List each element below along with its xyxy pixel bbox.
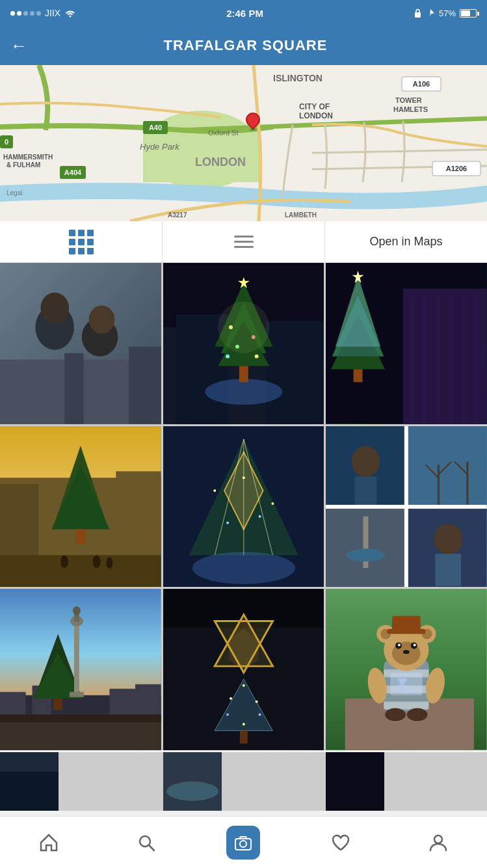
photo-8-svg	[163, 589, 324, 750]
map-view[interactable]: A1206 A106 ISLINGTON CITY OF LONDON TOWE…	[0, 65, 487, 221]
photo-grid	[0, 263, 487, 750]
svg-point-166	[385, 709, 406, 722]
back-button[interactable]: ←	[10, 36, 27, 56]
svg-text:HAMMERSMITH: HAMMERSMITH	[3, 154, 53, 161]
grid-view-button[interactable]	[0, 221, 163, 262]
svg-line-175	[149, 845, 154, 850]
location-icon	[426, 8, 435, 18]
svg-rect-121	[70, 692, 84, 698]
bottom-navigation	[0, 816, 487, 865]
photo-cell[interactable]	[0, 426, 161, 588]
svg-rect-168	[0, 752, 59, 811]
photo-cell[interactable]	[163, 426, 324, 588]
svg-point-90	[226, 521, 229, 524]
svg-point-152	[422, 629, 432, 640]
svg-rect-145	[384, 670, 428, 677]
photo-cell[interactable]	[0, 263, 161, 424]
svg-rect-54	[410, 295, 415, 424]
svg-point-177	[240, 841, 246, 847]
photo-partial-2	[163, 752, 222, 811]
svg-point-135	[255, 701, 257, 703]
svg-rect-64	[354, 369, 363, 382]
photo-cell[interactable]	[163, 752, 222, 811]
photo-cell[interactable]	[326, 263, 487, 424]
svg-rect-161	[390, 673, 423, 696]
photo-cell[interactable]	[0, 752, 59, 811]
svg-rect-144	[384, 660, 428, 711]
home-icon	[38, 832, 59, 853]
svg-point-92	[192, 552, 295, 584]
photo-cell[interactable]	[326, 426, 487, 588]
svg-point-134	[230, 698, 232, 700]
svg-text:LAMBETH: LAMBETH	[285, 211, 317, 219]
svg-rect-170	[163, 752, 222, 811]
camera-nav-button[interactable]	[195, 817, 293, 865]
open-in-maps-button[interactable]: Open in Maps	[325, 221, 487, 262]
photo-cell[interactable]	[0, 589, 161, 750]
likes-nav-button[interactable]	[292, 817, 389, 865]
svg-rect-116	[135, 685, 161, 750]
svg-rect-38	[176, 314, 227, 424]
status-right: 57%	[414, 8, 477, 18]
svg-marker-67	[352, 271, 364, 283]
svg-rect-34	[64, 353, 84, 424]
svg-text:A404: A404	[64, 169, 82, 176]
svg-marker-63	[331, 314, 385, 369]
svg-rect-36	[163, 263, 324, 424]
svg-rect-44	[239, 366, 248, 383]
svg-rect-93	[326, 426, 405, 506]
camera-icon	[234, 834, 252, 852]
search-nav-button[interactable]	[98, 817, 195, 865]
svg-rect-163	[398, 678, 407, 682]
photo-2-svg	[163, 263, 324, 424]
svg-point-154	[395, 643, 402, 649]
svg-point-40	[205, 379, 282, 405]
svg-rect-59	[474, 295, 479, 424]
page-header: ← TRAFALGAR SQUARE	[0, 26, 487, 65]
svg-line-100	[439, 461, 452, 474]
svg-rect-103	[326, 508, 405, 587]
camera-button[interactable]	[226, 826, 260, 860]
svg-marker-118	[33, 653, 84, 698]
svg-rect-56	[436, 295, 441, 424]
svg-rect-55	[423, 295, 428, 424]
svg-point-47	[235, 345, 239, 349]
status-left: JIIX	[10, 8, 76, 18]
svg-marker-61	[336, 276, 380, 347]
svg-rect-142	[345, 699, 474, 750]
photo-3-svg	[326, 263, 487, 424]
svg-marker-41	[215, 282, 272, 347]
svg-text:ISLINGTON: ISLINGTON	[273, 73, 322, 83]
photo-cell[interactable]	[326, 752, 384, 811]
svg-text:0: 0	[5, 138, 8, 146]
svg-point-49	[226, 355, 230, 359]
svg-marker-131	[229, 629, 259, 670]
svg-rect-60	[403, 289, 487, 424]
svg-marker-42	[221, 301, 266, 353]
photo-5-svg	[163, 426, 324, 588]
photo-cell[interactable]	[163, 589, 324, 750]
svg-rect-143	[384, 660, 428, 711]
photo-cell[interactable]	[163, 263, 324, 424]
profile-nav-button[interactable]	[389, 817, 487, 865]
svg-point-77	[93, 555, 101, 568]
battery-icon	[460, 9, 477, 18]
svg-rect-35	[129, 347, 161, 424]
home-nav-button[interactable]	[0, 817, 98, 865]
svg-point-122	[70, 616, 83, 627]
svg-rect-128	[163, 628, 324, 750]
svg-point-133	[243, 685, 245, 687]
svg-rect-120	[74, 621, 79, 696]
svg-rect-68	[0, 426, 161, 588]
svg-point-105	[347, 549, 385, 562]
view-toolbar: Open in Maps	[0, 221, 487, 263]
svg-rect-80	[163, 426, 324, 588]
svg-point-138	[243, 723, 245, 726]
list-view-button[interactable]	[163, 221, 325, 262]
map-background: A1206 A106 ISLINGTON CITY OF LONDON TOWE…	[0, 65, 487, 221]
svg-text:Legal: Legal	[7, 189, 22, 197]
svg-point-29	[35, 305, 73, 349]
photo-cell[interactable]	[326, 589, 487, 750]
svg-rect-159	[387, 629, 425, 634]
svg-marker-82	[189, 439, 298, 554]
